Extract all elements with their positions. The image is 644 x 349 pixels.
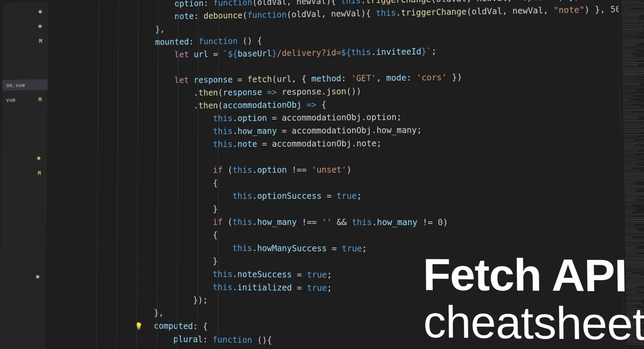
file-row[interactable] — [1, 197, 47, 208]
minimap-line — [625, 207, 635, 207]
file-row[interactable] — [1, 212, 46, 223]
file-row[interactable]: on.vue — [2, 80, 48, 91]
minimap-line — [622, 36, 638, 37]
code-line[interactable] — [77, 149, 621, 164]
file-row[interactable] — [1, 153, 47, 164]
modified-dot-icon — [38, 24, 42, 28]
minimap-line — [624, 127, 643, 128]
minimap-line — [623, 87, 644, 88]
minimap-line — [624, 164, 638, 165]
file-row[interactable] — [2, 109, 48, 120]
modified-badge: M — [39, 96, 42, 103]
minimap-line — [623, 59, 644, 60]
file-row[interactable] — [3, 6, 48, 18]
modified-badge: M — [39, 38, 42, 44]
minimap-line — [622, 31, 643, 32]
code-line[interactable]: if (this.how_many !== '' && this.how_man… — [77, 215, 622, 230]
minimap-line — [625, 232, 644, 232]
minimap-line — [623, 96, 633, 96]
file-row[interactable] — [2, 65, 48, 76]
minimap-line — [625, 196, 639, 197]
lightbulb-icon[interactable]: 💡 — [135, 322, 143, 330]
file-row[interactable] — [3, 50, 48, 61]
minimap-line — [622, 15, 639, 16]
minimap-line — [623, 85, 642, 86]
minimap-line — [624, 173, 644, 174]
minimap-line — [623, 112, 632, 112]
file-row[interactable] — [2, 138, 47, 149]
minimap-line — [622, 40, 644, 41]
file-name: on.vue — [6, 82, 25, 88]
minimap-line — [622, 29, 644, 30]
file-row[interactable] — [0, 256, 46, 267]
minimap-line — [625, 242, 643, 243]
minimap-line — [623, 82, 644, 83]
file-row[interactable] — [3, 21, 48, 32]
minimap-line — [625, 202, 644, 202]
code-line[interactable]: this.optionSuccess = true; — [77, 189, 621, 203]
minimap-line — [625, 241, 644, 241]
file-row[interactable]: M — [1, 168, 47, 179]
minimap-line — [624, 134, 644, 135]
file-explorer[interactable]: Mon.vuevueMM — [0, 2, 49, 349]
minimap-line — [624, 138, 644, 139]
minimap-line — [622, 1, 642, 2]
minimap-line — [622, 57, 644, 58]
minimap-line — [622, 48, 644, 49]
minimap-line — [624, 159, 639, 160]
minimap-line — [625, 244, 644, 245]
minimap-line — [623, 115, 644, 116]
minimap-line — [622, 10, 644, 11]
minimap-line — [623, 74, 643, 76]
line-number-gutter[interactable]: 8182838485868788899091929394959697989910… — [46, 1, 79, 349]
minimap-line — [622, 52, 638, 53]
minimap-line — [625, 200, 637, 200]
file-row[interactable] — [0, 242, 46, 253]
file-row[interactable] — [2, 123, 47, 135]
minimap-line — [622, 50, 634, 51]
minimap-line — [623, 73, 644, 74]
minimap-line — [623, 94, 644, 95]
minimap-line — [622, 33, 640, 34]
minimap-line — [624, 143, 644, 144]
minimap-line — [624, 145, 636, 146]
minimap-line — [624, 184, 635, 185]
minimap-line — [624, 136, 637, 137]
minimap-line — [625, 189, 638, 190]
minimap-line — [622, 22, 644, 23]
modified-dot-icon — [37, 157, 41, 160]
modified-dot-icon — [36, 275, 39, 279]
minimap-line — [623, 71, 644, 72]
minimap-line — [623, 99, 630, 100]
overlay-line1: Fetch API — [423, 251, 644, 300]
file-row[interactable] — [1, 227, 46, 238]
file-row[interactable] — [0, 271, 46, 282]
minimap-line — [624, 171, 644, 172]
minimap-line — [623, 101, 638, 102]
minimap-line — [625, 248, 635, 248]
minimap-line — [625, 223, 644, 223]
minimap-line — [623, 117, 639, 117]
overlay-title: Fetch API cheatsheet — [423, 251, 644, 348]
code-line[interactable]: { — [77, 176, 621, 190]
minimap-line — [622, 27, 644, 29]
file-row[interactable]: M — [3, 36, 48, 47]
minimap-line — [625, 225, 635, 225]
minimap-line — [622, 24, 644, 25]
minimap-line — [624, 179, 644, 179]
code-line[interactable]: } — [77, 203, 622, 216]
minimap-line — [622, 13, 644, 14]
code-line[interactable]: if (this.option !== 'unset') — [77, 162, 621, 177]
minimap-line — [623, 105, 632, 105]
minimap-line — [623, 64, 638, 65]
minimap-line — [625, 228, 636, 229]
minimap-line — [624, 124, 644, 125]
file-row[interactable]: vueM — [2, 94, 48, 105]
minimap-line — [625, 237, 633, 238]
code-line[interactable]: { — [77, 228, 622, 243]
file-row[interactable] — [1, 183, 47, 193]
minimap-line — [623, 110, 644, 111]
editor-app: Mon.vuevueMM › computed 8182838485868788… — [0, 0, 644, 349]
minimap-line — [625, 214, 644, 214]
minimap-line — [625, 205, 633, 206]
